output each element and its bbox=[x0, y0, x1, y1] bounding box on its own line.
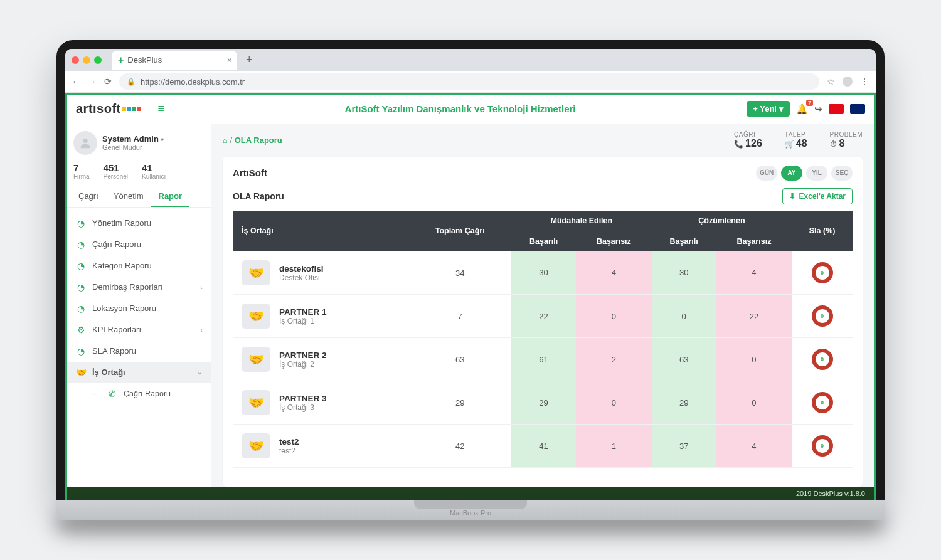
ola-table: İş Ortağı Toplam Çağrı Müdahale Edilen Ç… bbox=[233, 211, 853, 468]
col-partner: İş Ortağı bbox=[233, 211, 408, 251]
sidebar-item-2[interactable]: ◔Kategori Raporu bbox=[67, 255, 211, 277]
sidebar-item-8[interactable]: ··✆Çağrı Raporu bbox=[67, 383, 211, 404]
export-excel-button[interactable]: ⬇Excel'e Aktar bbox=[782, 188, 853, 204]
window-maximize-dot[interactable] bbox=[94, 56, 102, 64]
col-sla: Sla (%) bbox=[792, 211, 853, 251]
sidebar-item-label: Çağrı Raporu bbox=[124, 389, 171, 398]
col-cozum: Çözümlenen bbox=[652, 211, 792, 231]
chevron-icon: ⌄ bbox=[197, 368, 203, 376]
col-c-basarisiz: Başarısız bbox=[716, 231, 792, 251]
sidebar-item-4[interactable]: ◔Lokasyon Raporu bbox=[67, 298, 211, 319]
sidebar-item-label: SLA Raporu bbox=[92, 346, 136, 356]
sidebar-item-7[interactable]: 🤝İş Ortağı⌄ bbox=[67, 362, 211, 383]
app-root: artısoft ≡ ArtıSoft Yazılım Danışmanlık … bbox=[65, 93, 876, 500]
window-minimize-dot[interactable] bbox=[83, 56, 90, 64]
browser-tab[interactable]: + DeskPlus × bbox=[112, 51, 237, 70]
caret-down-icon: ▾ bbox=[779, 104, 784, 114]
app-logo[interactable]: artısoft bbox=[76, 102, 141, 116]
browser-menu-icon[interactable]: ⋮ bbox=[860, 77, 869, 87]
pie-icon: ◔ bbox=[76, 240, 86, 250]
reload-icon[interactable]: ⟳ bbox=[104, 77, 112, 87]
sla-ring: 0 bbox=[812, 435, 833, 457]
sidebar: System Admin ▾ Genel Müdür 7Firma 451Per… bbox=[67, 124, 211, 487]
notifications-icon[interactable]: 🔔7 bbox=[796, 103, 808, 115]
segment-sec[interactable]: SEÇ bbox=[831, 166, 853, 181]
user-role: Genel Müdür bbox=[102, 144, 164, 151]
col-total: Toplam Çağrı bbox=[408, 211, 511, 251]
col-m-basarili: Başarılı bbox=[511, 231, 576, 251]
col-c-basarili: Başarılı bbox=[652, 231, 716, 251]
user-profile[interactable]: System Admin ▾ Genel Müdür bbox=[67, 124, 211, 159]
kpi-1: TALEP🛒48 bbox=[785, 131, 807, 149]
pie-icon: ◔ bbox=[76, 282, 86, 292]
avatar bbox=[73, 131, 97, 155]
sidebar-stats: 7Firma 451Personel 41Kullanıcı bbox=[67, 159, 211, 186]
flag-en-icon[interactable] bbox=[850, 104, 865, 114]
bookmark-icon[interactable]: ☆ bbox=[827, 77, 835, 87]
segment-yil[interactable]: YIL bbox=[806, 166, 827, 181]
table-row[interactable]: 🤝PARTNER 3İş Ortağı 3292902900 bbox=[233, 381, 853, 425]
card-title: ArtıSoft bbox=[233, 167, 267, 178]
handshake-icon: 🤝 bbox=[242, 390, 270, 415]
sla-ring: 0 bbox=[812, 262, 833, 283]
report-card: ArtıSoft GÜN AY YIL SEÇ OLA Raporu bbox=[223, 157, 863, 487]
segment-ay[interactable]: AY bbox=[781, 166, 802, 181]
tab-cagri[interactable]: Çağrı bbox=[71, 186, 106, 207]
sidebar-item-label: Çağrı Raporu bbox=[92, 240, 141, 249]
sidebar-item-6[interactable]: ◔SLA Raporu bbox=[67, 341, 211, 362]
window-close-dot[interactable] bbox=[72, 56, 79, 64]
url-text: https://demo.deskplus.com.tr bbox=[141, 77, 245, 87]
tab-rapor[interactable]: Rapor bbox=[151, 186, 190, 207]
sidebar-tabs: Çağrı Yönetim Rapor bbox=[67, 186, 211, 208]
table-row[interactable]: 🤝PARTNER 1İş Ortağı 172200220 bbox=[233, 295, 853, 338]
period-segments: GÜN AY YIL SEÇ bbox=[756, 166, 853, 181]
sidebar-item-label: Lokasyon Raporu bbox=[92, 304, 156, 313]
sla-ring: 0 bbox=[812, 305, 833, 327]
handshake-icon: 🤝 bbox=[242, 347, 270, 372]
company-title: ArtıSoft Yazılım Danışmanlık ve Teknoloj… bbox=[181, 103, 739, 114]
sidebar-item-label: Kategori Raporu bbox=[92, 261, 152, 270]
new-button[interactable]: + Yeni▾ bbox=[747, 101, 790, 117]
svg-point-0 bbox=[83, 138, 87, 142]
sidebar-item-1[interactable]: ◔Çağrı Raporu bbox=[67, 234, 211, 255]
logout-icon[interactable]: ↪ bbox=[814, 103, 822, 115]
sidebar-item-label: Yönetim Raporu bbox=[92, 218, 151, 228]
header-kpis: ÇAĞRI📞126TALEP🛒48PROBLEM⏱8 bbox=[734, 131, 863, 149]
handshake-icon: 🤝 bbox=[76, 367, 86, 378]
forward-icon[interactable]: → bbox=[88, 77, 97, 87]
sla-ring: 0 bbox=[812, 349, 833, 370]
home-icon[interactable]: ⌂ bbox=[223, 135, 228, 145]
sidebar-item-label: KPI Raporları bbox=[92, 325, 141, 334]
sidebar-item-label: İş Ortağı bbox=[92, 367, 125, 377]
profile-icon[interactable] bbox=[843, 77, 853, 87]
handshake-icon: 🤝 bbox=[242, 260, 270, 285]
pie-icon: ◔ bbox=[76, 218, 86, 228]
new-tab-button[interactable]: + bbox=[246, 53, 253, 66]
col-mudahale: Müdahale Edilen bbox=[511, 211, 652, 231]
segment-gun[interactable]: GÜN bbox=[756, 166, 777, 181]
url-field[interactable]: 🔒 https://demo.deskplus.com.tr bbox=[119, 73, 819, 90]
tab-close-icon[interactable]: × bbox=[227, 55, 232, 65]
sla-ring: 0 bbox=[812, 392, 833, 413]
laptop-brand: MacBook Pro bbox=[450, 509, 491, 517]
tab-yonetim[interactable]: Yönetim bbox=[106, 186, 151, 207]
sidebar-item-0[interactable]: ◔Yönetim Raporu bbox=[67, 213, 211, 234]
pie-icon: ◔ bbox=[76, 261, 86, 271]
plus-icon: + bbox=[118, 55, 124, 66]
lock-icon: 🔒 bbox=[127, 78, 136, 86]
sidebar-item-3[interactable]: ◔Demirbaş Raporları‹ bbox=[67, 277, 211, 298]
flag-tr-icon[interactable] bbox=[829, 104, 844, 114]
breadcrumb: ⌂ / OLA Raporu bbox=[223, 135, 282, 145]
main-content: ⌂ / OLA Raporu ÇAĞRI📞126TALEP🛒48PROBLEM⏱… bbox=[211, 124, 874, 487]
breadcrumb-current[interactable]: OLA Raporu bbox=[235, 135, 282, 145]
kpi-0: ÇAĞRI📞126 bbox=[734, 131, 762, 149]
kpi-2: PROBLEM⏱8 bbox=[830, 131, 863, 149]
browser-tab-bar: + DeskPlus × + bbox=[65, 49, 876, 71]
logo-icon bbox=[122, 107, 141, 111]
table-row[interactable]: 🤝destekofisiDestek Ofisi343043040 bbox=[233, 251, 853, 295]
sidebar-item-5[interactable]: ⚙KPI Raporları‹ bbox=[67, 319, 211, 341]
table-row[interactable]: 🤝test2test2424113740 bbox=[233, 425, 853, 468]
back-icon[interactable]: ← bbox=[72, 77, 80, 87]
table-row[interactable]: 🤝PARTNER 2İş Ortağı 2636126300 bbox=[233, 338, 853, 381]
hamburger-icon[interactable]: ≡ bbox=[149, 102, 174, 115]
